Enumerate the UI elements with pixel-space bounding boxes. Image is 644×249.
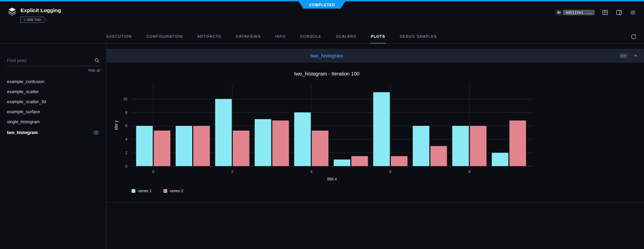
search-row: [7, 57, 100, 66]
content: Hide all example_confusionexample_scatte…: [0, 44, 644, 249]
search-icon[interactable]: [94, 57, 100, 63]
id-label: ID: [556, 10, 562, 15]
plot-list-item-example_scatter[interactable]: example_scatter: [0, 87, 106, 97]
plot-item-label: example_surface: [7, 109, 40, 114]
plot-list: example_confusionexample_scatterexample_…: [0, 77, 106, 138]
embed-code-icon[interactable]: </>: [619, 53, 627, 58]
eye-icon[interactable]: [93, 130, 99, 136]
plot-list-item-single_histogram[interactable]: single_histogram: [0, 117, 106, 127]
collapse-chevron-up-icon[interactable]: [633, 53, 638, 59]
menu-icon[interactable]: [629, 9, 636, 16]
tab-execution[interactable]: EXECUTION: [106, 34, 133, 43]
legend-swatch: [132, 189, 135, 193]
search-input[interactable]: [7, 58, 94, 63]
svg-text:6: 6: [125, 124, 127, 128]
svg-text:0: 0: [152, 170, 154, 174]
legend-item-1[interactable]: series 1: [132, 189, 152, 193]
svg-text:2: 2: [125, 151, 127, 155]
tab-scalars[interactable]: SCALARS: [335, 34, 357, 43]
experiment-id-badge[interactable]: ID 44511fe1 ...: [556, 10, 595, 15]
tab-bar: EXECUTIONCONFIGURATIONARTIFACTSDATAVIEWS…: [0, 29, 644, 44]
svg-text:2: 2: [231, 170, 233, 174]
svg-text:8: 8: [125, 110, 127, 115]
tab-dataviews[interactable]: DATAVIEWS: [235, 34, 261, 43]
plot-list-item-example_scatter_3d[interactable]: example_scatter_3d: [0, 97, 106, 107]
svg-text:8: 8: [468, 170, 471, 174]
chart-area: 024681002468title xtitle y: [110, 79, 644, 189]
svg-text:10: 10: [123, 97, 127, 101]
svg-text:4: 4: [125, 137, 127, 141]
tab-debug-samples[interactable]: DEBUG SAMPLES: [399, 34, 438, 43]
app-logo-icon: [8, 7, 17, 16]
experiment-title: Explicit Logging: [20, 6, 61, 13]
plot-list-item-example_surface[interactable]: example_surface: [0, 107, 106, 117]
plot-card-header: two_histogram </>: [107, 49, 644, 63]
id-value: 44511fe1 ...: [563, 10, 595, 15]
auto-refresh-icon[interactable]: [630, 33, 637, 40]
plot-card-body: two_histogram - Iteration 100 0246810024…: [107, 63, 644, 203]
tab-console[interactable]: CONSOLE: [299, 34, 322, 43]
add-tag-button[interactable]: + ADD TAG: [20, 17, 46, 23]
plot-list-item-two_histogram[interactable]: two_histogram: [0, 127, 106, 138]
main-panel: two_histogram </> two_histogram - Iterat…: [107, 44, 644, 249]
plot-item-label: two_histogram: [7, 130, 38, 135]
plot-list-item-example_confusion[interactable]: example_confusion: [0, 77, 106, 87]
side-panel-icon[interactable]: [616, 9, 622, 16]
plot-item-label: example_scatter_3d: [7, 99, 46, 104]
legend-label: series 1: [138, 189, 152, 193]
plots-sidebar: Hide all example_confusionexample_scatte…: [0, 44, 107, 249]
legend-swatch: [163, 189, 167, 193]
hide-all-link[interactable]: Hide all: [0, 69, 100, 72]
svg-text:6: 6: [389, 170, 391, 174]
plot-item-label: single_histogram: [7, 119, 40, 124]
svg-text:0: 0: [125, 164, 127, 168]
app-window: COMPLETED Explicit Logging + ADD TAG ID …: [0, 0, 644, 249]
legend-item-2[interactable]: series 2: [163, 189, 184, 193]
tab-artifacts[interactable]: ARTIFACTS: [196, 34, 222, 43]
details-icon[interactable]: [602, 9, 609, 16]
svg-text:title x: title x: [327, 177, 337, 181]
tab-info[interactable]: INFO: [274, 34, 286, 43]
histogram-svg: 024681002468title xtitle y: [110, 79, 544, 187]
chart-title: two_histogram - Iteration 100: [110, 71, 544, 79]
chart-legend: series 1series 2: [132, 189, 644, 193]
tab-configuration[interactable]: CONFIGURATION: [146, 34, 183, 43]
plot-item-label: example_scatter: [7, 89, 39, 94]
status-badge: COMPLETED: [299, 1, 346, 9]
svg-text:4: 4: [310, 170, 312, 174]
plot-item-label: example_confusion: [7, 79, 44, 84]
tab-plots[interactable]: PLOTS: [370, 34, 386, 43]
legend-label: series 2: [170, 189, 184, 193]
svg-text:title y: title y: [114, 120, 119, 130]
plot-card-title: two_histogram: [311, 53, 343, 59]
add-tag-label: + ADD TAG: [21, 17, 46, 23]
